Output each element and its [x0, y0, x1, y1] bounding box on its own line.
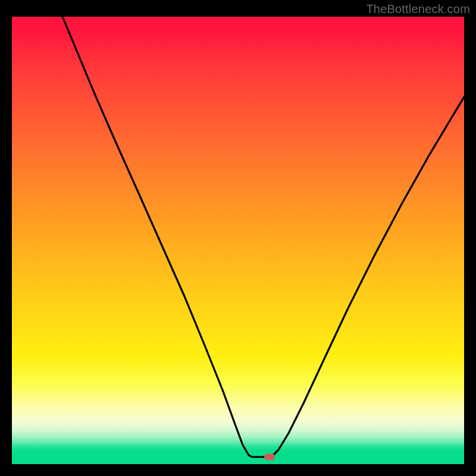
minimum-marker	[264, 454, 275, 461]
chart-frame: TheBottleneck.com	[0, 0, 476, 476]
watermark-text: TheBottleneck.com	[366, 2, 470, 16]
bottleneck-curve	[62, 17, 464, 457]
plot-area	[12, 17, 464, 464]
curve-svg	[12, 17, 464, 464]
